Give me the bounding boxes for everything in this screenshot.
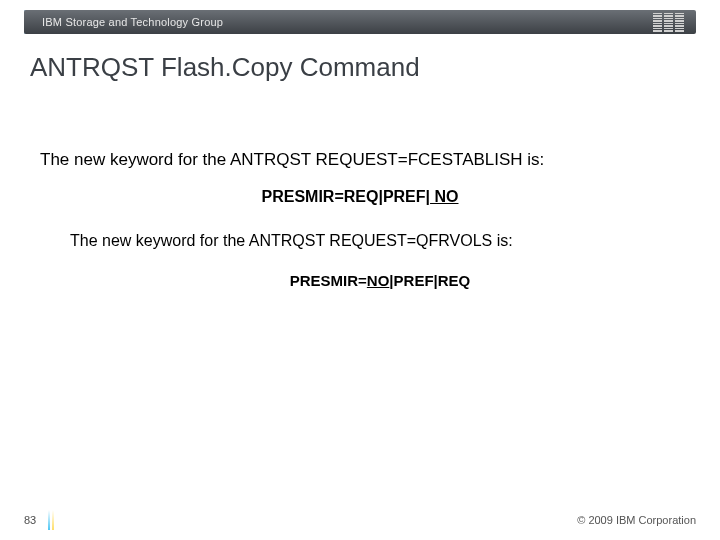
- department-label: IBM Storage and Technology Group: [42, 16, 223, 28]
- header-bar: IBM Storage and Technology Group: [24, 10, 696, 34]
- code2-suffix: |PREF|REQ: [389, 272, 470, 289]
- code1-prefix: PRESMIR=REQ|PREF|: [262, 188, 431, 205]
- code1-default: NO: [430, 188, 458, 205]
- keyword-code-1: PRESMIR=REQ|PREF| NO: [0, 188, 720, 206]
- footer: 83 © 2009 IBM Corporation: [24, 514, 696, 526]
- page-number: 83: [24, 514, 36, 526]
- intro-text-2: The new keyword for the ANTRQST REQUEST=…: [70, 232, 680, 250]
- code2-prefix: PRESMIR=: [290, 272, 367, 289]
- keyword-code-2: PRESMIR=NO|PREF|REQ: [0, 272, 720, 289]
- code2-default: NO: [367, 272, 390, 289]
- ibm-logo-icon: [653, 13, 684, 32]
- copyright: © 2009 IBM Corporation: [577, 514, 696, 526]
- page-title: ANTRQST Flash.Copy Command: [30, 52, 420, 83]
- intro-text-1: The new keyword for the ANTRQST REQUEST=…: [40, 150, 680, 170]
